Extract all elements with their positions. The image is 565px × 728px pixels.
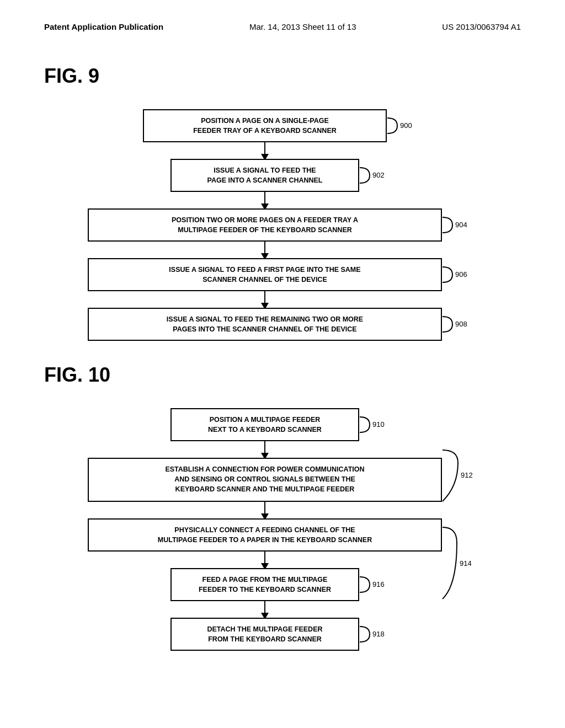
svg-rect-47 (171, 569, 359, 601)
svg-rect-24 (88, 308, 441, 340)
svg-text:904: 904 (455, 221, 467, 229)
svg-text:POSITION A PAGE ON A SINGLE-PA: POSITION A PAGE ON A SINGLE-PAGE (201, 117, 329, 125)
svg-text:918: 918 (372, 630, 385, 638)
svg-text:PAGES INTO THE SCANNER CHANNEL: PAGES INTO THE SCANNER CHANNEL OF THE DE… (173, 325, 356, 333)
svg-text:912: 912 (461, 471, 473, 479)
svg-text:POSITION TWO OR MORE PAGES ON : POSITION TWO OR MORE PAGES ON A FEEDER T… (172, 216, 358, 224)
publication-label: Patent Application Publication (44, 22, 163, 31)
svg-text:SCANNER CHANNEL OF THE DEVICE: SCANNER CHANNEL OF THE DEVICE (202, 276, 327, 283)
svg-text:NEXT TO A KEYBOARD SCANNER: NEXT TO A KEYBOARD SCANNER (208, 426, 322, 433)
svg-rect-0 (143, 110, 386, 142)
svg-text:MULTIPAGE FEEDER OF THE KEYBOA: MULTIPAGE FEEDER OF THE KEYBOARD SCANNER (178, 226, 352, 234)
fig9-title: FIG. 9 (44, 65, 532, 88)
svg-text:PHYSICALLY CONNECT A FEEDING C: PHYSICALLY CONNECT A FEEDING CHANNEL OF … (174, 526, 355, 534)
svg-text:910: 910 (372, 420, 385, 429)
svg-rect-18 (88, 259, 441, 291)
svg-text:908: 908 (455, 320, 467, 328)
svg-rect-28 (171, 409, 359, 441)
patent-number: US 2013/0063794 A1 (442, 22, 521, 31)
svg-text:ISSUE A SIGNAL TO FEED THE: ISSUE A SIGNAL TO FEED THE (214, 167, 316, 174)
fig10-title: FIG. 10 (44, 363, 532, 387)
svg-rect-53 (171, 618, 359, 650)
svg-text:AND SENSING OR CONTROL SIGNALS: AND SENSING OR CONTROL SIGNALS BETWEEN T… (174, 475, 355, 483)
sheet-info: Mar. 14, 2013 Sheet 11 of 13 (249, 22, 356, 31)
header: Patent Application Publication Mar. 14, … (0, 0, 565, 42)
svg-text:906: 906 (455, 270, 467, 279)
svg-text:ISSUE A SIGNAL TO FEED A FIRST: ISSUE A SIGNAL TO FEED A FIRST PAGE INTO… (169, 266, 360, 274)
svg-text:916: 916 (372, 580, 385, 588)
main-content: FIG. 9 POSITION A PAGE ON A SINGLE-PAGE … (0, 42, 565, 728)
svg-text:MULTIPAGE FEEDER TO A PAPER IN: MULTIPAGE FEEDER TO A PAPER IN THE KEYBO… (158, 536, 372, 544)
svg-rect-12 (88, 209, 441, 241)
fig9-flowchart: POSITION A PAGE ON A SINGLE-PAGE FEEDER … (44, 104, 519, 347)
svg-text:FEED A PAGE FROM THE MULTIPAGE: FEED A PAGE FROM THE MULTIPAGE (202, 576, 328, 584)
svg-text:FROM THE KEYBOARD SCANNER: FROM THE KEYBOARD SCANNER (208, 635, 322, 643)
svg-text:POSITION A MULTIPAGE FEEDER: POSITION A MULTIPAGE FEEDER (210, 416, 321, 424)
svg-text:PAGE INTO A SCANNER CHANNEL: PAGE INTO A SCANNER CHANNEL (207, 176, 322, 184)
svg-text:DETACH THE MULTIPAGE FEEDER: DETACH THE MULTIPAGE FEEDER (207, 625, 322, 633)
svg-text:ISSUE A SIGNAL TO FEED THE REM: ISSUE A SIGNAL TO FEED THE REMAINING TWO… (167, 315, 363, 323)
page: Patent Application Publication Mar. 14, … (0, 0, 565, 728)
fig10-flowchart: POSITION A MULTIPAGE FEEDER NEXT TO A KE… (44, 403, 519, 728)
svg-text:FEEDER TO THE KEYBOARD SCANNER: FEEDER TO THE KEYBOARD SCANNER (199, 586, 331, 593)
svg-text:914: 914 (460, 559, 472, 568)
svg-text:900: 900 (400, 121, 412, 130)
svg-text:902: 902 (372, 171, 385, 179)
svg-rect-41 (88, 519, 441, 551)
svg-text:KEYBOARD SCANNER AND THE MULTI: KEYBOARD SCANNER AND THE MULTIPAGE FEEDE… (175, 485, 355, 493)
svg-text:ESTABLISH A CONNECTION FOR POW: ESTABLISH A CONNECTION FOR POWER COMMUNI… (165, 465, 364, 473)
svg-rect-6 (171, 159, 359, 191)
svg-text:FEEDER TRAY OF A KEYBOARD SCAN: FEEDER TRAY OF A KEYBOARD SCANNER (193, 127, 337, 135)
